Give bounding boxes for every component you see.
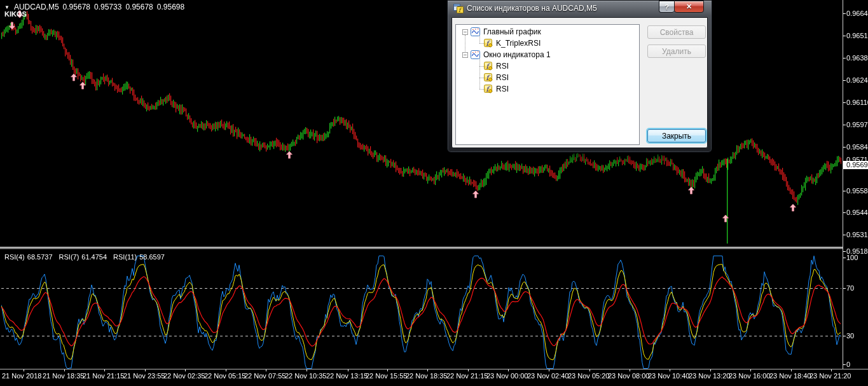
tree-item-main-chart[interactable]: − Главный график — [456, 26, 639, 38]
price-axis-label: 0.95845 — [846, 143, 868, 151]
collapse-box-icon[interactable]: − — [462, 29, 468, 35]
tree-item-rsi-1[interactable]: f RSI — [456, 60, 639, 72]
rsi-axis-label: 0 — [846, 361, 850, 369]
time-axis-label: 23 Nov 16:00 — [729, 372, 770, 380]
symbol-period-label: AUDCAD,M5 — [14, 3, 59, 11]
indicator-function-icon: f — [484, 62, 493, 71]
price-axis-label: 0.95310 — [846, 231, 868, 239]
metatrader-chart-window: ▼AUDCAD,M50.956780.957330.956780.95698 K… — [0, 0, 868, 386]
tree-item-label: K_TriplexRSI — [496, 39, 541, 48]
time-axis-label: 23 Nov 18:40 — [769, 372, 811, 380]
tree-item-label: RSI — [496, 85, 509, 93]
price-axis-label: 0.96110 — [846, 99, 868, 107]
delete-button[interactable]: Удалить — [647, 45, 706, 58]
collapse-box-icon[interactable]: − — [462, 52, 468, 58]
tree-item-label: Окно индикатора 1 — [483, 50, 551, 59]
price-axis-label: 0.96645 — [846, 10, 868, 18]
tree-item-indicator-window-1[interactable]: − Окно индикатора 1 — [456, 49, 639, 60]
time-axis-label: 22 Nov 21:15 — [446, 372, 488, 380]
rsi7-value: 61.4754 — [81, 253, 107, 261]
time-axis-label: 23 Nov 10:40 — [648, 372, 689, 380]
indicator-function-icon: f — [484, 85, 493, 93]
rsi7-name: RSI(7) — [59, 253, 79, 261]
rsi11-name: RSI(11) — [113, 253, 137, 261]
rsi11-value: 58.6597 — [139, 253, 165, 261]
current-price-badge: 0.95698 — [843, 161, 868, 169]
dialog-titlebar[interactable]: f Список индикаторов на AUDCAD,M5 ? ✕ — [448, 1, 712, 17]
price-axis-label: 0.96245 — [846, 76, 868, 85]
price-axis-label: 0.95975 — [846, 121, 868, 129]
time-axis-label: 22 Nov 07:55 — [244, 372, 286, 380]
high-value: 0.95733 — [94, 3, 121, 11]
rsi-axis-label: 70 — [846, 284, 854, 293]
open-value: 0.95678 — [63, 3, 90, 11]
rsi-axis-label: 30 — [846, 332, 854, 340]
time-axis-label: 22 Nov 13:15 — [326, 372, 368, 380]
tree-item-label: Главный график — [483, 27, 541, 36]
chart-canvas[interactable] — [0, 0, 868, 386]
close-dialog-button[interactable]: Закрыть — [647, 129, 706, 142]
indicator-function-icon: f — [484, 73, 493, 82]
time-axis-label: 23 Nov 05:20 — [568, 372, 609, 380]
time-axis-label: 21 Nov 23:55 — [123, 372, 165, 380]
time-axis-label: 23 Nov 00:00 — [486, 372, 528, 380]
time-axis-label: 23 Nov 21:20 — [809, 372, 851, 380]
ohlc-header: ▼AUDCAD,M50.956780.957330.956780.95698 — [4, 3, 188, 11]
help-button[interactable]: ? — [659, 1, 674, 13]
rsi4-value: 68.5737 — [27, 253, 53, 261]
time-axis-label: 22 Nov 10:35 — [285, 372, 326, 380]
time-axis-label: 23 Nov 08:00 — [608, 372, 649, 380]
close-window-button[interactable]: ✕ — [674, 1, 704, 13]
time-axis-label: 22 Nov 18:35 — [406, 372, 447, 380]
dialog-title: Список индикаторов на AUDCAD,M5 — [467, 4, 597, 13]
price-axis-label: 0.96515 — [846, 32, 868, 40]
dialog-client-area: − Главный график — [451, 17, 708, 148]
price-axis-label: 0.95445 — [846, 209, 868, 217]
time-axis-label: 22 Nov 05:15 — [204, 372, 245, 380]
time-axis-label: 23 Nov 13:20 — [689, 372, 730, 380]
tree-item-k-triplexrsi[interactable]: f K_TriplexRSI — [456, 38, 639, 49]
chart-window-icon — [471, 27, 480, 36]
time-axis-label: 21 Nov 18:35 — [43, 372, 84, 380]
time-axis-label: 23 Nov 02:40 — [527, 372, 568, 380]
tree-item-label: RSI — [496, 62, 509, 71]
time-axis-label: 21 Nov 21:15 — [83, 372, 124, 380]
time-axis-label: 22 Nov 02:35 — [163, 372, 205, 380]
tree-item-label: RSI — [496, 73, 509, 82]
time-axis-label: 21 Nov 2018 — [2, 372, 41, 380]
low-value: 0.95678 — [125, 3, 153, 11]
tree-item-rsi-3[interactable]: f RSI — [456, 83, 639, 95]
rsi-values-label: RSI(4)68.5737RSI(7)61.4754RSI(11)58.6597 — [4, 253, 167, 261]
indicator-tree[interactable]: − Главный график — [455, 24, 640, 145]
collapse-chevron-icon[interactable]: ▼ — [4, 4, 10, 10]
price-axis-label: 0.96380 — [846, 54, 868, 62]
price-axis-label: 0.95580 — [846, 187, 868, 195]
close-value: 0.95698 — [157, 3, 184, 11]
indicator-function-icon: f — [484, 39, 493, 48]
tree-item-rsi-2[interactable]: f RSI — [456, 72, 639, 83]
properties-button[interactable]: Свойства — [647, 25, 706, 39]
chart-window-icon — [471, 50, 480, 59]
time-axis-label: 22 Nov 15:55 — [366, 372, 407, 380]
indicator-list-icon: f — [453, 4, 464, 17]
indicators-dialog: f Список индикаторов на AUDCAD,M5 ? ✕ − — [447, 0, 712, 153]
rsi4-name: RSI(4) — [4, 253, 25, 261]
rsi-axis-label: 100 — [846, 254, 858, 262]
